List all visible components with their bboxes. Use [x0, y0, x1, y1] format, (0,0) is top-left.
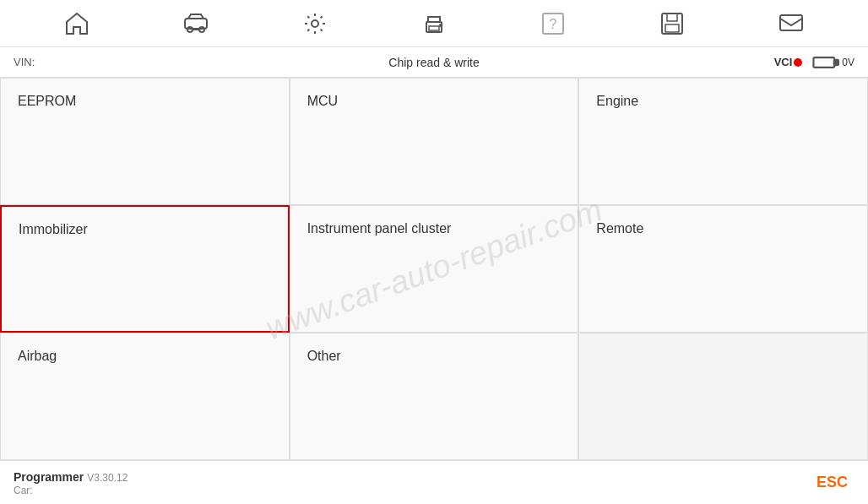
menu-item-other[interactable]: Other — [290, 333, 579, 460]
svg-rect-11 — [665, 24, 679, 32]
car-icon[interactable] — [177, 5, 214, 42]
menu-item-airbag[interactable]: Airbag — [0, 333, 290, 460]
battery-icon — [812, 49, 839, 76]
svg-point-6 — [440, 24, 442, 26]
vci-badge: VCI — [774, 56, 803, 68]
help-icon[interactable]: ? — [534, 5, 572, 42]
main-content: www.car-auto-repair.com EEPROM MCU Engin… — [0, 78, 868, 460]
battery-badge: 0V — [812, 49, 854, 76]
menu-item-engine[interactable]: Engine — [578, 78, 868, 205]
header-bar: VIN: Chip read & write VCI 0V — [0, 47, 868, 78]
save-icon[interactable] — [654, 5, 691, 42]
settings-icon[interactable] — [296, 5, 334, 42]
footer-left: ProgrammerV3.30.12 Car: — [14, 469, 127, 496]
footer-version: V3.30.12 — [87, 472, 127, 484]
print-icon[interactable] — [415, 5, 453, 42]
page-title: Chip read & write — [388, 56, 479, 69]
vci-label: VCI — [774, 56, 793, 68]
esc-button[interactable]: ESC — [810, 470, 854, 495]
svg-point-3 — [312, 20, 318, 27]
toolbar: ? — [0, 0, 868, 47]
footer-programmer-line: ProgrammerV3.30.12 — [14, 469, 127, 485]
message-icon[interactable] — [773, 5, 810, 42]
svg-rect-5 — [429, 26, 439, 30]
menu-item-instrument-panel-cluster[interactable]: Instrument panel cluster — [290, 205, 579, 333]
menu-item-eeprom[interactable]: EEPROM — [0, 78, 290, 205]
footer-car-label: Car: — [14, 485, 127, 496]
svg-rect-12 — [780, 15, 802, 30]
footer-programmer-label: Programmer — [14, 470, 84, 484]
svg-rect-13 — [814, 57, 835, 68]
vin-label: VIN: — [14, 56, 35, 68]
menu-item-immobilizer[interactable]: Immobilizer — [0, 205, 290, 333]
home-icon[interactable] — [58, 5, 95, 42]
svg-rect-14 — [834, 60, 838, 65]
menu-item-remote[interactable]: Remote — [578, 205, 868, 333]
battery-value: 0V — [842, 57, 854, 68]
vci-status-dot — [794, 58, 802, 67]
svg-text:?: ? — [550, 17, 557, 31]
header-right: VCI 0V — [774, 49, 854, 76]
menu-item-empty — [578, 333, 868, 460]
svg-rect-10 — [667, 14, 677, 21]
menu-item-mcu[interactable]: MCU — [290, 78, 579, 205]
menu-grid: EEPROM MCU Engine Immobilizer Instrument… — [0, 78, 868, 460]
footer: ProgrammerV3.30.12 Car: ESC — [0, 460, 868, 504]
